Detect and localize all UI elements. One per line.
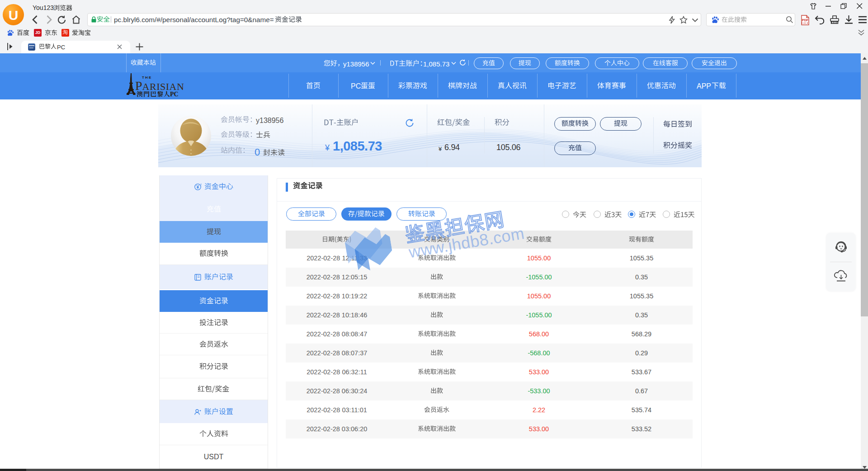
svg-text:PDF: PDF	[802, 19, 809, 22]
